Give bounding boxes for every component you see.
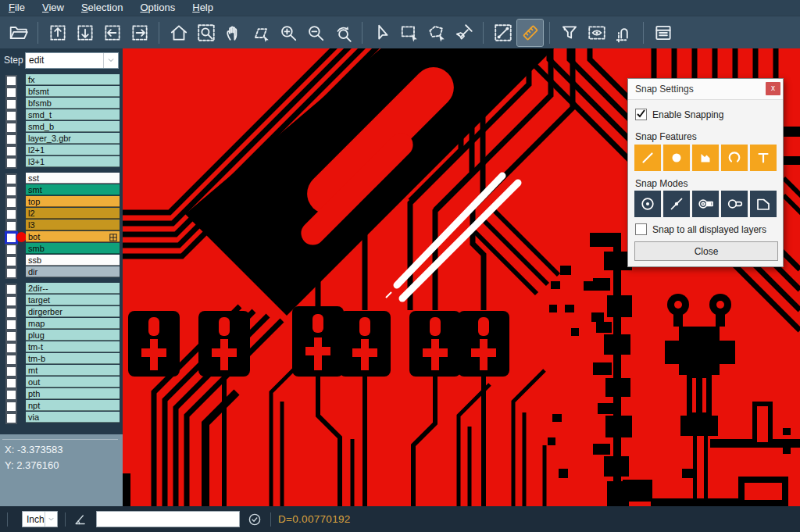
layer-item-target[interactable]: target [26,295,120,305]
layer-item-fx[interactable]: fx [26,74,120,85]
clear-selection-icon[interactable] [451,20,477,46]
layer-visibility-checkbox[interactable] [5,145,17,157]
snap-contour-icon[interactable] [750,191,777,217]
units-select[interactable]: Inch [22,511,58,527]
layer-item-l2[interactable]: l2 [26,208,120,219]
grid-icon[interactable] [109,233,117,241]
layer-item-dir[interactable]: dir [26,266,120,277]
layer-item-ssb[interactable]: ssb [26,255,120,266]
snap-line-icon[interactable] [634,145,661,171]
layer-visibility-checkbox[interactable] [5,134,17,145]
layer-item-out[interactable]: out [26,377,120,387]
layer-item-pth[interactable]: pth [26,388,120,399]
layer-item-smb[interactable]: smb [26,243,120,254]
layer-visibility-checkbox[interactable] [5,110,17,122]
enable-snapping-checkbox[interactable] [635,109,647,120]
layer-visibility-checkbox[interactable] [5,377,17,389]
pan-left-icon[interactable] [99,20,125,46]
zoom-previous-icon[interactable] [330,20,355,46]
zoom-in-icon[interactable] [275,20,301,46]
view-filter-icon[interactable] [584,20,609,46]
angle-icon[interactable] [73,511,90,528]
step-select[interactable]: edit [25,52,119,69]
layer-item-npt[interactable]: npt [26,400,120,411]
measure-net-icon[interactable] [611,20,637,46]
snap-online-icon[interactable] [663,191,690,217]
layer-item-2dir--[interactable]: 2dir-- [26,283,120,294]
snap-arc-icon[interactable] [721,145,748,171]
snap-surface-icon[interactable] [692,145,719,171]
layer-item-plug[interactable]: plug [26,330,120,341]
dialog-title-bar[interactable]: Snap Settings x [628,79,783,100]
layer-item-dirgerber[interactable]: dirgerber [26,306,120,317]
layer-item-via[interactable]: via [26,412,120,423]
layer-item-mt[interactable]: mt [26,365,120,376]
layer-visibility-checkbox[interactable] [5,284,17,295]
layer-visibility-checkbox[interactable] [5,157,17,169]
select-polygon-icon[interactable] [423,20,449,46]
zoom-window-icon[interactable] [248,20,273,46]
layer-visibility-checkbox[interactable] [5,197,17,209]
menu-item-file[interactable]: File [0,0,34,16]
layer-visibility-checkbox[interactable] [5,330,17,342]
open-file-icon[interactable] [5,20,31,46]
chevron-down-icon[interactable] [103,53,118,68]
chevron-down-icon[interactable] [45,512,57,527]
layer-visibility-checkbox[interactable] [5,173,17,185]
layer-visibility-checkbox[interactable] [5,295,17,307]
layer-item-bfsmb[interactable]: bfsmb [26,98,120,109]
layer-visibility-checkbox[interactable] [5,244,17,255]
snap-text-icon[interactable] [750,145,777,171]
ruler-icon[interactable] [517,20,543,46]
layer-item-bfsmt[interactable]: bfsmt [26,86,120,97]
layer-visibility-checkbox[interactable] [5,412,17,424]
layer-visibility-checkbox[interactable] [5,267,17,279]
snap-all-layers-checkbox[interactable] [635,223,647,235]
measure-points-icon[interactable] [490,20,516,46]
zoom-selection-icon[interactable] [193,20,219,46]
snap-center-icon[interactable] [634,191,661,217]
snap-pad-entry-icon[interactable] [692,191,719,217]
layer-visibility-checkbox[interactable] [5,220,17,232]
layer-item-l3+1[interactable]: l3+1 [26,156,120,167]
menu-item-help[interactable]: Help [184,0,222,16]
command-input[interactable] [96,511,240,527]
layer-visibility-checkbox[interactable] [5,87,17,98]
layer-item-top[interactable]: top [26,196,120,207]
select-cursor-icon[interactable] [369,20,395,46]
layer-item-l3[interactable]: l3 [26,220,120,230]
close-icon[interactable]: x [766,82,780,95]
layer-item-tm-b[interactable]: tm-b [26,353,120,364]
layer-visibility-checkbox[interactable] [5,307,17,319]
snap-pad-icon[interactable] [721,191,748,217]
layer-visibility-checkbox[interactable] [5,98,17,110]
layer-visibility-checkbox[interactable] [5,122,17,134]
layer-visibility-checkbox[interactable] [5,389,17,401]
layer-visibility-checkbox[interactable] [5,354,17,366]
layer-item-tm-t[interactable]: tm-t [26,341,120,352]
pan-down-icon[interactable] [72,20,98,46]
filter-icon[interactable] [556,20,582,46]
layer-item-smd_b[interactable]: smd_b [26,121,120,132]
layer-visibility-checkbox[interactable] [5,255,17,267]
close-button[interactable]: Close [634,241,778,261]
layer-item-bot[interactable]: bot [26,231,120,242]
menu-item-options[interactable]: Options [131,0,184,16]
menu-item-selection[interactable]: Selection [73,0,131,16]
layer-visibility-checkbox[interactable] [5,366,17,377]
apply-icon[interactable] [246,511,263,528]
layer-item-map[interactable]: map [26,318,120,329]
layer-visibility-checkbox[interactable] [5,75,17,87]
pan-up-icon[interactable] [45,20,70,46]
layer-visibility-checkbox[interactable] [5,319,17,330]
layer-item-smd_t[interactable]: smd_t [26,109,120,120]
home-view-icon[interactable] [166,20,191,46]
layers-panel-icon[interactable] [650,20,676,46]
layer-item-sst[interactable]: sst [26,173,120,184]
layer-visibility-checkbox[interactable] [5,209,17,220]
layer-visibility-checkbox[interactable] [5,401,17,412]
snap-circle-icon[interactable] [663,145,690,171]
layer-item-smt[interactable]: smt [26,184,120,195]
layer-item-l2+1[interactable]: l2+1 [26,145,120,155]
zoom-out-icon[interactable] [302,20,328,46]
